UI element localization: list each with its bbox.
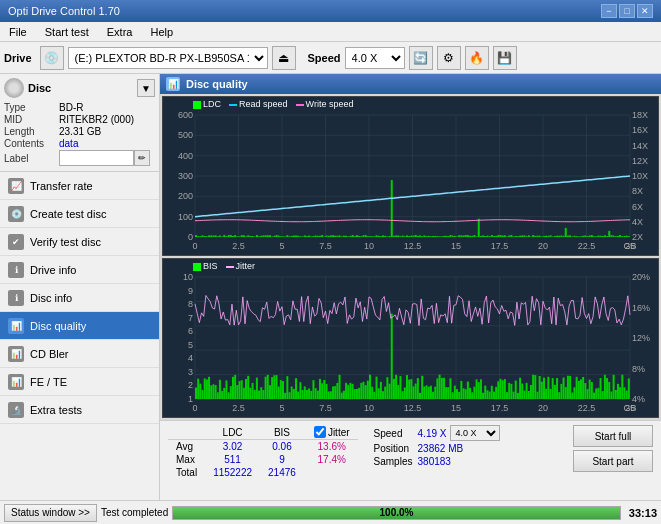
sidebar-item-verify-test-disc[interactable]: ✔ Verify test disc <box>0 228 159 256</box>
sidebar-item-cd-bler[interactable]: 📊 CD Bler <box>0 340 159 368</box>
extra-tests-icon: 🔬 <box>8 402 24 418</box>
menu-extra[interactable]: Extra <box>102 24 138 40</box>
sidebar-item-extra-tests[interactable]: 🔬 Extra tests <box>0 396 159 424</box>
sidebar-item-drive-info[interactable]: ℹ Drive info <box>0 256 159 284</box>
disc-panel-title: Disc <box>28 82 51 94</box>
drive-icon-btn[interactable]: 💿 <box>40 46 64 70</box>
stats-max-label: Max <box>168 453 205 466</box>
ldc-legend-ldc: LDC <box>193 99 221 109</box>
ldc-legend-read: Read speed <box>229 99 288 109</box>
position-row: Position 23862 MB <box>374 443 501 454</box>
menu-file[interactable]: File <box>4 24 32 40</box>
main-layout: Disc ▼ Type BD-R MID RITEKBR2 (000) Leng… <box>0 74 661 500</box>
disc-label-icon-btn[interactable]: ✏ <box>134 150 150 166</box>
stats-header-bis: BIS <box>260 425 304 440</box>
bis-legend-bis: BIS <box>193 261 218 271</box>
disc-quality-header-icon: 📊 <box>166 77 180 91</box>
jitter-checkbox[interactable] <box>314 426 326 438</box>
sidebar-item-transfer-rate-label: Transfer rate <box>30 180 93 192</box>
sidebar-item-create-test-disc[interactable]: 💿 Create test disc <box>0 200 159 228</box>
disc-label-input[interactable] <box>59 150 134 166</box>
stats-total-jitter <box>304 466 358 479</box>
disc-length-row: Length 23.31 GB <box>4 126 155 137</box>
disc-label-row: Label ✏ <box>4 150 155 166</box>
burn-icon[interactable]: 🔥 <box>465 46 489 70</box>
start-full-button[interactable]: Start full <box>573 425 653 447</box>
disc-panel-header: Disc ▼ <box>4 78 155 98</box>
action-buttons: Start full Start part <box>573 425 653 472</box>
disc-info-icon: ℹ <box>8 290 24 306</box>
disc-mid-key: MID <box>4 114 59 125</box>
fe-te-icon: 📊 <box>8 374 24 390</box>
disc-contents-key: Contents <box>4 138 59 149</box>
samples-row: Samples 380183 <box>374 456 501 467</box>
speed-dropdown[interactable]: 4.0 X <box>450 425 500 441</box>
eject-icon[interactable]: ⏏ <box>272 46 296 70</box>
stats-total-bis: 21476 <box>260 466 304 479</box>
disc-quality-icon: 📊 <box>8 318 24 334</box>
sidebar-item-transfer-rate[interactable]: 📈 Transfer rate <box>0 172 159 200</box>
stats-total-row: Total 1152222 21476 <box>168 466 358 479</box>
sidebar-item-disc-quality[interactable]: 📊 Disc quality <box>0 312 159 340</box>
stats-header-jitter-area: Jitter <box>304 425 358 440</box>
drive-select[interactable]: (E:) PLEXTOR BD-R PX-LB950SA 1.06 <box>68 47 268 69</box>
menu-start-test[interactable]: Start test <box>40 24 94 40</box>
speed-area: Speed 4.19 X 4.0 X Position 23862 MB Sam… <box>374 425 501 467</box>
status-window-button[interactable]: Status window >> <box>4 504 97 522</box>
create-test-disc-icon: 💿 <box>8 206 24 222</box>
position-label: Position <box>374 443 414 454</box>
refresh-icon[interactable]: 🔄 <box>409 46 433 70</box>
start-part-button[interactable]: Start part <box>573 450 653 472</box>
disc-panel: Disc ▼ Type BD-R MID RITEKBR2 (000) Leng… <box>0 74 159 172</box>
samples-val: 380183 <box>418 456 451 467</box>
stats-row: LDC BIS Jitter Avg 3.02 <box>160 420 661 500</box>
disc-quality-title: Disc quality <box>186 78 248 90</box>
progress-bar: 100.0% <box>172 506 621 520</box>
sidebar-item-disc-info[interactable]: ℹ Disc info <box>0 284 159 312</box>
sidebar-item-verify-test-disc-label: Verify test disc <box>30 236 101 248</box>
sidebar-item-fe-te-label: FE / TE <box>30 376 67 388</box>
close-button[interactable]: ✕ <box>637 4 653 18</box>
disc-mid-val: RITEKBR2 (000) <box>59 114 134 125</box>
disc-length-val: 23.31 GB <box>59 126 101 137</box>
bis-chart: BIS Jitter <box>162 258 659 418</box>
disc-quality-header: 📊 Disc quality <box>160 74 661 94</box>
status-bar: Status window >> Test completed 100.0% 3… <box>0 500 661 524</box>
disc-more-btn[interactable]: ▼ <box>137 79 155 97</box>
stats-avg-ldc: 3.02 <box>205 440 260 454</box>
save-icon[interactable]: 💾 <box>493 46 517 70</box>
stats-total-label: Total <box>168 466 205 479</box>
minimize-button[interactable]: − <box>601 4 617 18</box>
sidebar-item-create-test-disc-label: Create test disc <box>30 208 106 220</box>
stats-avg-jitter: 13.6% <box>304 440 358 454</box>
speed-row-label: Speed <box>374 428 414 439</box>
ldc-chart: LDC Read speed Write speed <box>162 96 659 256</box>
status-time: 33:13 <box>629 507 657 519</box>
menu-help[interactable]: Help <box>145 24 178 40</box>
progress-text: 100.0% <box>173 507 620 519</box>
window-controls: − □ ✕ <box>601 4 653 18</box>
stats-avg-label: Avg <box>168 440 205 454</box>
sidebar: Disc ▼ Type BD-R MID RITEKBR2 (000) Leng… <box>0 74 160 500</box>
sidebar-item-drive-info-label: Drive info <box>30 264 76 276</box>
charts-area: LDC Read speed Write speed BIS Jitter <box>160 94 661 420</box>
jitter-check-area: Jitter <box>314 426 350 438</box>
speed-select[interactable]: 4.0 X <box>345 47 405 69</box>
disc-type-key: Type <box>4 102 59 113</box>
stats-header-ldc: LDC <box>205 425 260 440</box>
stats-max-row: Max 511 9 17.4% <box>168 453 358 466</box>
sidebar-item-fe-te[interactable]: 📊 FE / TE <box>0 368 159 396</box>
sidebar-item-disc-info-label: Disc info <box>30 292 72 304</box>
disc-icon <box>4 78 24 98</box>
menu-bar: File Start test Extra Help <box>0 22 661 42</box>
status-message: Test completed <box>101 507 168 518</box>
maximize-button[interactable]: □ <box>619 4 635 18</box>
stats-max-bis: 9 <box>260 453 304 466</box>
bis-legend: BIS Jitter <box>193 261 255 271</box>
settings-icon[interactable]: ⚙ <box>437 46 461 70</box>
sidebar-item-extra-tests-label: Extra tests <box>30 404 82 416</box>
disc-type-row: Type BD-R <box>4 102 155 113</box>
content-area: 📊 Disc quality LDC Read speed Write spee… <box>160 74 661 500</box>
sidebar-item-disc-quality-label: Disc quality <box>30 320 86 332</box>
app-title: Opti Drive Control 1.70 <box>8 5 120 17</box>
